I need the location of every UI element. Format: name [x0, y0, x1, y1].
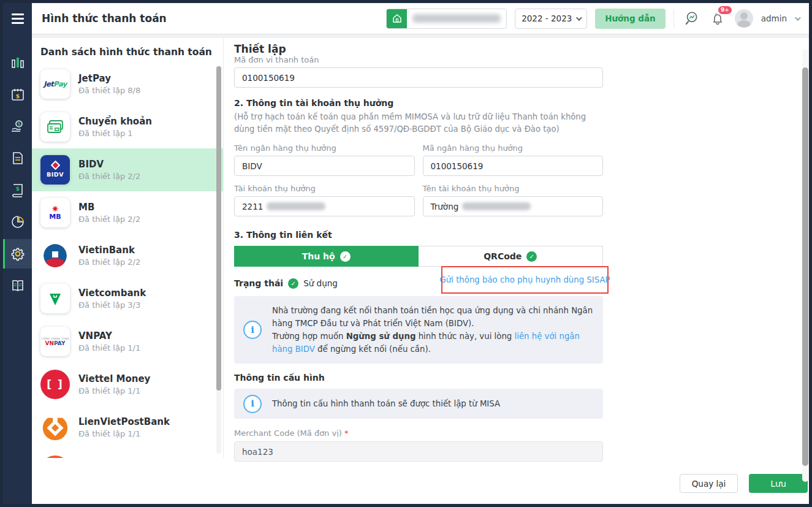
bar-chart-icon	[10, 55, 25, 70]
save-button[interactable]: Lưu	[749, 474, 808, 493]
sidebar-item-collection[interactable]: $	[3, 112, 32, 141]
guide-button[interactable]: Hướng dẫn	[595, 9, 666, 29]
school-year-dropdown[interactable]: 2022 - 2023	[515, 9, 587, 29]
config-info-text: Thông tin cấu hình thanh toán sẽ được th…	[272, 397, 593, 410]
bank-status: Đã thiết lập 1/1	[78, 343, 140, 353]
notification-bell-icon[interactable]: 9+	[708, 9, 727, 28]
sidebar: $ $ $	[3, 3, 32, 504]
info-icon: i	[243, 395, 262, 413]
lienvietpostbank-logo-icon	[40, 413, 70, 442]
sidebar-item-dashboard[interactable]	[3, 48, 32, 77]
tab-label: QRCode	[484, 251, 522, 261]
bank-name: LienVietPostBank	[78, 416, 170, 428]
bank-name: Vietcombank	[78, 288, 146, 299]
sisap-notify-link[interactable]: Gửi thông báo cho phụ huynh dùng SISAP	[439, 275, 610, 284]
bank-item-vietcombank[interactable]: Vietcombank Đã thiết lập 3/3	[32, 277, 223, 320]
open-book-icon	[10, 278, 25, 293]
avatar[interactable]	[735, 9, 753, 28]
main-scrollbar-thumb[interactable]	[802, 67, 808, 466]
gear-icon	[10, 246, 26, 262]
bank-item-vnpay[interactable]: CỔNG THANH TOÁNVNPAY VNPAY Đã thiết lập …	[32, 320, 223, 363]
bank-status: Đã thiết lập 3/3	[78, 300, 146, 310]
bank-item-viettel-money[interactable]: [ ] Viettel Money Đã thiết lập 1/1	[32, 363, 223, 406]
bidv-logo-icon: BIDV	[40, 155, 70, 185]
merchant-code-input[interactable]: hoa123	[234, 441, 603, 462]
section3-title: 3. Thông tin liên kết	[234, 230, 603, 240]
list-scrollbar-thumb[interactable]	[216, 66, 221, 391]
bank-code-input[interactable]: 0100150619	[423, 156, 604, 176]
bank-name: JetPay	[78, 73, 140, 85]
header-gap-strip	[32, 34, 809, 38]
hamburger-menu-icon[interactable]	[3, 3, 32, 34]
header-divider	[674, 9, 674, 28]
user-menu-chevron-icon[interactable]	[795, 15, 801, 21]
account-number-input[interactable]: 2211	[234, 196, 415, 216]
bank-item-bidv-selected[interactable]: BIDV BIDV Đã thiết lập 2/2	[32, 148, 223, 191]
account-name-input[interactable]: Trường	[423, 196, 604, 216]
info-line-1: Nhà trường đang kết nối thanh toán tiền …	[272, 304, 593, 330]
sidebar-item-documents[interactable]	[3, 143, 32, 173]
svg-text:$: $	[17, 121, 21, 127]
sidebar-item-settings[interactable]	[3, 239, 32, 269]
bank-item-chuyen-khoan[interactable]: Chuyển khoản Đã thiết lập 1	[32, 105, 223, 148]
bank-name: Viettel Money	[78, 373, 150, 385]
school-name-redacted	[407, 9, 506, 28]
document-icon	[10, 151, 25, 166]
notification-badge: 9+	[718, 6, 732, 14]
account-name-label: Tên tài khoản thụ hưởng	[423, 184, 604, 193]
bank-item-lienvietpostbank[interactable]: LienVietPostBank Đã thiết lập 1/1	[32, 406, 223, 449]
tab-thu-ho[interactable]: Thu hộ ✓	[234, 246, 419, 267]
bank-item-mb[interactable]: ✷MB MB Đã thiết lập 2/2	[32, 191, 223, 234]
hand-coin-icon: $	[10, 119, 25, 134]
bank-status: Đã thiết lập 2/2	[78, 172, 140, 181]
settings-main: Thiết lập Mã đơn vị thanh toán 010015061…	[224, 38, 809, 504]
tab-qrcode[interactable]: QRCode ✓	[419, 246, 604, 267]
vnpay-logo-icon: CỔNG THANH TOÁNVNPAY	[40, 327, 70, 356]
partial-bank-logo-icon	[40, 456, 70, 458]
app-window: $ $ $	[3, 3, 809, 504]
school-selector[interactable]	[386, 9, 507, 29]
panel-title: Danh sách hình thức thanh toán	[32, 38, 223, 63]
back-button[interactable]: Quay lại	[680, 474, 738, 493]
form-heading: Thiết lập	[234, 43, 603, 55]
bank-name: MB	[78, 202, 140, 213]
tab-label: Thu hộ	[302, 251, 335, 261]
sidebar-item-fee-calendar[interactable]: $	[3, 80, 32, 109]
unit-code-label-clipped: Mã đơn vị thanh toán	[234, 56, 603, 63]
bank-item-vietinbank[interactable]: VietinBank Đã thiết lập 2/2	[32, 234, 223, 277]
pie-chart-icon	[10, 215, 25, 229]
payment-methods-panel: Danh sách hình thức thanh toán JetPay Je…	[32, 38, 224, 458]
section2-title: 2. Thông tin tài khoản thụ hưởng	[234, 98, 603, 108]
redacted-value	[462, 202, 531, 210]
section2-note: (Hỗ trợ hạch toán kế toán qua phần mềm M…	[234, 111, 603, 135]
link-tabs: Thu hộ ✓ QRCode ✓	[234, 246, 603, 267]
jetpay-logo-icon: JetPay	[40, 69, 70, 99]
check-circle-icon: ✓	[340, 251, 351, 262]
config-info-box: i Thông tin cấu hình thanh toán sẽ được …	[234, 389, 603, 419]
bank-name: VietinBank	[78, 245, 140, 256]
sisap-annotation-box: Gửi thông báo cho phụ huynh dùng SISAP	[441, 266, 609, 294]
bank-name-input[interactable]: BIDV	[234, 156, 415, 176]
info-icon: i	[243, 321, 262, 339]
bank-name: BIDV	[78, 159, 140, 170]
info-line-2: Trường hợp muốn Ngừng sử dụng hình thức …	[272, 330, 593, 356]
bank-status: Đã thiết lập 2/2	[78, 215, 140, 224]
bank-code-label: Mã ngân hàng thụ hưởng	[423, 143, 604, 153]
vietinbank-logo-icon	[40, 241, 70, 270]
status-value: Sử dụng	[303, 278, 338, 288]
sidebar-item-reports[interactable]	[3, 207, 32, 237]
mb-logo-icon: ✷MB	[40, 198, 70, 227]
bank-status: Đã thiết lập 1/1	[78, 429, 170, 438]
bank-item-jetpay[interactable]: JetPay JetPay Đã thiết lập 8/8	[32, 63, 223, 105]
status-label: Trạng thái	[234, 278, 283, 288]
unit-code-input[interactable]: 0100150619	[234, 67, 603, 88]
sidebar-item-guide-book[interactable]	[3, 271, 32, 300]
search-analytics-icon[interactable]	[682, 9, 700, 28]
viettel-money-logo-icon: [ ]	[40, 370, 70, 399]
bank-status: Đã thiết lập 1/1	[78, 386, 150, 395]
bank-name: Chuyển khoản	[78, 116, 152, 128]
status-check-icon: ✓	[288, 278, 298, 289]
bank-item-partial[interactable]	[32, 449, 223, 458]
sidebar-item-ledger[interactable]: $	[3, 175, 32, 205]
calendar-money-icon: $	[10, 87, 25, 102]
